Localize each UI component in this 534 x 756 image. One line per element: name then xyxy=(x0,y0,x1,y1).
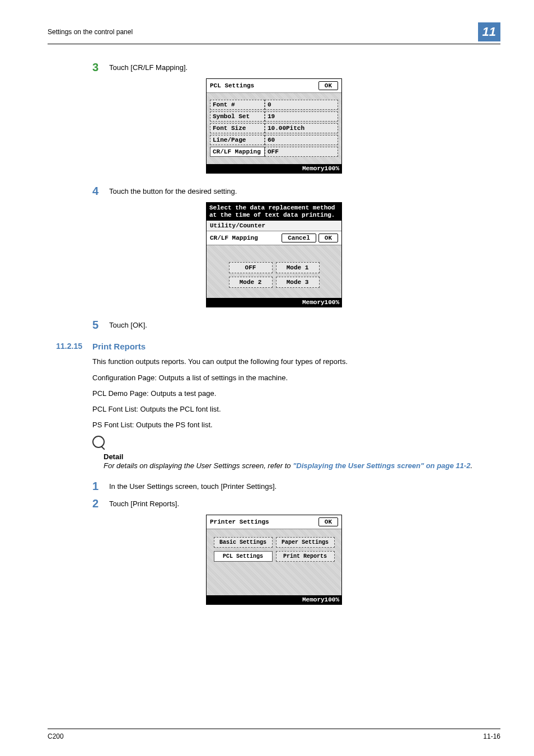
step-text: Touch [OK]. xyxy=(109,319,147,332)
memory-status: Memory100% xyxy=(207,595,341,604)
lcd-instruction: Select the data replacement method at th… xyxy=(207,203,341,221)
paragraph: This function outputs reports. You can o… xyxy=(92,357,500,367)
section-number: 11.2.15 xyxy=(48,342,92,351)
detail-label: Detail xyxy=(104,452,500,461)
paragraph: PS Font List: Outputs the PS font list. xyxy=(92,420,500,430)
lcd-title: PCL Settings xyxy=(210,82,254,89)
ok-button[interactable]: OK xyxy=(318,81,338,90)
step-1: 1 In the User Settings screen, touch [Pr… xyxy=(92,480,500,493)
lcd-title: Printer Settings xyxy=(210,519,269,525)
step-text: In the User Settings screen, touch [Prin… xyxy=(109,480,277,493)
font-num-button[interactable]: Font # xyxy=(210,100,265,110)
symbol-set-value: 19 xyxy=(265,111,338,122)
line-page-value: 60 xyxy=(265,135,338,145)
option-mode2[interactable]: Mode 2 xyxy=(229,277,273,288)
ok-button[interactable]: OK xyxy=(318,517,338,526)
font-size-button[interactable]: Font Size xyxy=(210,123,265,133)
basic-settings-button[interactable]: Basic Settings xyxy=(214,537,273,548)
detail-text: For details on displaying the User Setti… xyxy=(104,461,500,470)
lcd-breadcrumb: Utility/Counter xyxy=(207,221,341,231)
step-text: Touch the button for the desired setting… xyxy=(109,185,237,198)
crlf-mapping-button[interactable]: CR/LF Mapping xyxy=(210,147,265,157)
line-page-button[interactable]: Line/Page xyxy=(210,135,265,145)
print-reports-button[interactable]: Print Reports xyxy=(276,551,335,562)
option-mode1[interactable]: Mode 1 xyxy=(276,262,320,273)
font-size-value: 10.00Pitch xyxy=(265,123,338,133)
option-off[interactable]: OFF xyxy=(229,262,273,273)
step-number: 2 xyxy=(92,497,109,510)
step-text: Touch [Print Reports]. xyxy=(109,497,179,510)
lcd-pcl-settings: PCL Settings OK Font #0 Symbol Set19 Fon… xyxy=(206,78,342,174)
crlf-mapping-value: OFF xyxy=(265,147,338,157)
memory-status: Memory100% xyxy=(207,164,341,173)
header-breadcrumb: Settings on the control panel xyxy=(48,28,133,36)
step-number: 5 xyxy=(92,319,109,332)
step-number: 4 xyxy=(92,185,109,198)
memory-status: Memory100% xyxy=(207,298,341,307)
section-title: Print Reports xyxy=(92,342,146,351)
footer-model: C200 xyxy=(48,732,64,740)
cross-reference-link[interactable]: "Displaying the User Settings screen" on… xyxy=(293,461,470,470)
pcl-settings-button[interactable]: PCL Settings xyxy=(214,551,273,562)
lcd-title: CR/LF Mapping xyxy=(210,235,258,241)
lcd-crlf-mapping: Select the data replacement method at th… xyxy=(206,202,342,307)
paragraph: PCL Demo Page: Outputs a test page. xyxy=(92,389,500,399)
magnifier-icon xyxy=(92,436,105,448)
section-heading: 11.2.15 Print Reports xyxy=(48,342,500,351)
paper-settings-button[interactable]: Paper Settings xyxy=(276,537,335,548)
paragraph: PCL Font List: Outputs the PCL font list… xyxy=(92,404,500,414)
step-5: 5 Touch [OK]. xyxy=(92,319,500,332)
step-4: 4 Touch the button for the desired setti… xyxy=(92,185,500,198)
option-mode3[interactable]: Mode 3 xyxy=(276,277,320,288)
step-number: 3 xyxy=(92,61,109,74)
cancel-button[interactable]: Cancel xyxy=(282,234,316,242)
page-header: Settings on the control panel 11 xyxy=(48,22,500,44)
ok-button[interactable]: OK xyxy=(318,234,338,242)
font-num-value: 0 xyxy=(265,100,338,110)
lcd-printer-settings: Printer Settings OK Basic Settings Paper… xyxy=(206,515,342,605)
step-text: Touch [CR/LF Mapping]. xyxy=(109,61,188,74)
step-number: 1 xyxy=(92,480,109,493)
step-3: 3 Touch [CR/LF Mapping]. xyxy=(92,61,500,74)
chapter-number: 11 xyxy=(478,22,500,41)
symbol-set-button[interactable]: Symbol Set xyxy=(210,111,265,122)
page-footer: C200 11-16 xyxy=(48,729,500,740)
step-2: 2 Touch [Print Reports]. xyxy=(92,497,500,510)
footer-page: 11-16 xyxy=(483,732,500,740)
detail-note: Detail For details on displaying the Use… xyxy=(92,436,500,470)
paragraph: Configuration Page: Outputs a list of se… xyxy=(92,373,500,383)
